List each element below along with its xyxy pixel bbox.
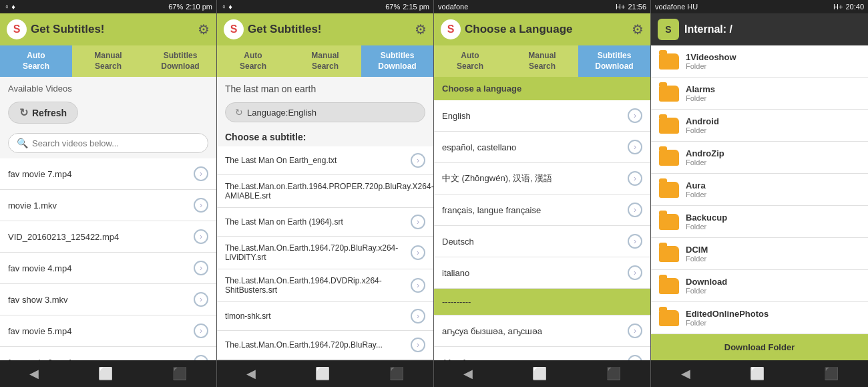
language-item[interactable]: français, langue française › [434,195,650,226]
chevron-right-icon: › [194,324,208,338]
tab-manual-search-2[interactable]: ManualSearch [289,45,361,77]
tabs-2: AutoSearch ManualSearch SubtitlesDownloa… [217,45,433,77]
back-button-1[interactable]: ◀ [23,364,45,384]
list-item[interactable]: Backucup Folder [651,206,868,238]
list-item[interactable]: The.Last.Man.on.Earth.1964.PROPER.720p.B… [217,175,433,208]
folder-icon [659,53,679,70]
list-item[interactable]: VID_20160213_125422.mp4 › [0,221,216,253]
tab-auto-search-3[interactable]: AutoSearch [434,45,506,77]
list-item[interactable]: fav show 3.mkv › [0,284,216,315]
subtitle-name: The.Last.Man.on.Earth.1964.PROPER.720p.B… [225,182,433,201]
list-item[interactable]: The.Last.Man.On.Earth.1964.720p.BluRay.x… [217,237,433,269]
folder-type: Folder [686,287,727,295]
back-button-2[interactable]: ◀ [240,364,262,384]
home-button-1[interactable]: ⬜ [91,364,120,384]
tab-subtitles-download-1[interactable]: SubtitlesDownload [144,45,216,77]
app-logo-3: S Choose a Language [441,19,573,39]
list-item[interactable]: tlmon-shk.srt › [217,302,433,331]
content-1: Available Videos ↻ Refresh 🔍 fav movie 7… [0,77,216,360]
tab-auto-search-1[interactable]: AutoSearch [0,45,72,77]
list-item[interactable]: movie 1.mkv › [0,190,216,221]
list-item[interactable]: DCIM Folder [651,238,868,270]
folder-type: Folder [686,190,706,199]
video-name: fav movie 4.mp4 [8,263,71,273]
tab-subtitles-download-3[interactable]: SubtitlesDownload [578,45,650,77]
gear-icon-3[interactable]: ⚙ [632,21,644,37]
list-item[interactable]: fav movie 5.mp4 › [0,315,216,347]
list-item[interactable]: AndroZip Folder [651,142,868,174]
language-list: English › español, castellano › 中文 (Zhōn… [434,100,650,360]
choose-language-header: Choose a language [434,77,650,100]
logo-icon-3: S [441,19,461,39]
list-item[interactable]: Alarms Folder [651,78,868,110]
app-title-2: Get Subtitles! [248,23,322,36]
list-item[interactable]: Android Folder [651,110,868,142]
folder-info: DCIM Folder [686,245,708,263]
app-logo-1: S Get Subtitles! [7,19,105,39]
refresh-label: Refresh [32,108,67,118]
chevron-right-icon: › [628,234,642,249]
language-item[interactable]: аҧсуа бызшәа, аҧсшәа › [434,315,650,347]
recent-button-4[interactable]: ⬛ [817,364,845,384]
chevron-right-icon: › [628,171,642,186]
subtitle-name: The.Last.Man.On.Earth.1964.720p.BluRay..… [225,340,411,350]
list-item[interactable]: 1Videoshow Folder [651,45,868,78]
list-item[interactable]: The.Last.Man.On.Earth.1964.720p.BluRay..… [217,331,433,360]
video-name: fav movie 7.mp4 [8,169,71,179]
list-item[interactable]: Aura Folder [651,174,868,206]
video-name: fav movie 5.mp4 [8,326,71,336]
gear-icon-1[interactable]: ⚙ [198,21,210,37]
home-button-4[interactable]: ⬜ [743,364,771,384]
refresh-button[interactable]: ↻ Refresh [8,102,78,124]
chevron-right-icon: › [411,215,425,229]
back-button-3[interactable]: ◀ [457,364,479,384]
language-item[interactable]: English › [434,100,650,132]
tab-subtitles-download-2[interactable]: SubtitlesDownload [361,45,433,77]
folder-info: AndroZip Folder [686,148,724,166]
refresh-icon: ↻ [19,106,28,119]
subtitle-list: The Last Man On Earth_eng.txt › The.Last… [217,146,433,360]
language-name: français, langue française [442,205,541,215]
video-name: movie 1.mkv [8,201,57,211]
tab-manual-search-1[interactable]: ManualSearch [72,45,144,77]
language-name: аҧсуа бызшәа, аҧсшәа [442,326,542,336]
recent-button-2[interactable]: ⬛ [383,364,411,384]
list-item[interactable]: Download Folder [651,270,868,302]
folder-name: AndroZip [686,148,724,158]
language-button[interactable]: ↻ Language:English [225,102,425,122]
video-name: fav show 3.mkv [8,295,68,305]
app-header-2: S Get Subtitles! ⚙ [217,13,433,45]
status-right-2: 67% 2:15 pm [385,3,429,11]
list-item[interactable]: fav movie 6.mp4 › [0,347,216,360]
panel-auto-search: ♀ ♦ 67% 2:10 pm S Get Subtitles! ⚙ AutoS… [0,0,217,387]
back-button-4[interactable]: ◀ [674,364,697,384]
folder-icon [659,182,679,198]
download-folder-button[interactable]: Download Folder [651,334,868,360]
app-title-3: Choose a Language [465,23,573,36]
list-item[interactable]: The Last Man on Earth (1964).srt › [217,208,433,237]
recent-button-3[interactable]: ⬛ [600,364,628,384]
search-input[interactable] [32,138,200,148]
tab-auto-search-2[interactable]: AutoSearch [217,45,289,77]
folder-name: Download [686,277,727,287]
language-name: English [442,111,471,121]
language-item[interactable]: Afaraf › [434,347,650,360]
bottom-nav-2: ◀ ⬜ ⬛ [217,360,433,387]
list-item[interactable]: fav movie 4.mp4 › [0,253,216,284]
time-1: 2:10 pm [186,3,212,11]
language-item[interactable]: español, castellano › [434,132,650,163]
language-item[interactable]: 中文 (Zhōngwén), 汉语, 漢語 › [434,163,650,195]
language-item[interactable]: Deutsch › [434,226,650,257]
recent-button-1[interactable]: ⬛ [166,364,194,384]
list-item[interactable]: fav movie 7.mp4 › [0,158,216,190]
signal-icons-2: ♀ ♦ [221,3,232,11]
language-item[interactable]: italiano › [434,257,650,289]
list-item[interactable]: The Last Man On Earth_eng.txt › [217,146,433,175]
list-item[interactable]: The.Last.Man.On.Earth.1964.DVDRip.x264-S… [217,269,433,302]
home-button-3[interactable]: ⬜ [525,364,554,384]
gear-icon-2[interactable]: ⚙ [415,21,427,37]
list-item[interactable]: EditedOnlinePhotos Folder [651,302,868,334]
tab-manual-search-3[interactable]: ManualSearch [506,45,578,77]
language-name: 中文 (Zhōngwén), 汉语, 漢語 [442,172,552,184]
home-button-2[interactable]: ⬜ [308,364,337,384]
